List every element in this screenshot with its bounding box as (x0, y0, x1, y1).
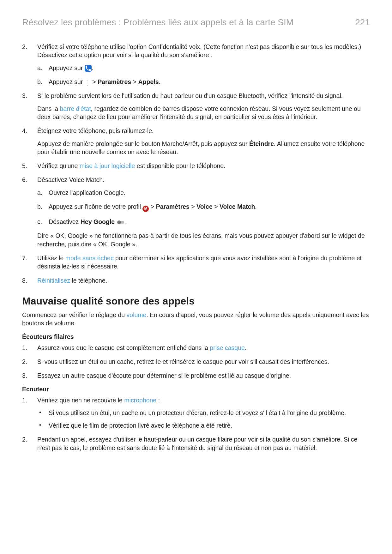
t: Commencez par vérifier le réglage du (22, 311, 127, 318)
t: est disponible pour le téléphone. (135, 162, 225, 169)
t: . (245, 344, 246, 351)
step-6c: Désactivez Hey Google . (37, 218, 370, 226)
t: . (255, 203, 256, 210)
step-2-sublist: Appuyez sur . Appuyez sur ⋮ > Paramètres… (37, 64, 370, 86)
status-bar-link[interactable]: barre d'état (60, 105, 91, 112)
step-3-para: Dans la barre d'état, regardez de combie… (37, 105, 370, 121)
arrow: > (190, 203, 196, 210)
breadcrumb: Résolvez les problèmes : Problèmes liés … (22, 17, 293, 27)
wired-step-2: Si vous utilisez un étui ou un cache, re… (22, 358, 370, 366)
t: Dans la (37, 105, 60, 112)
toggle-off-icon (117, 220, 125, 225)
page-content: Résolvez les problèmes : Problèmes liés … (0, 0, 392, 464)
t: . (125, 218, 127, 225)
step-6-para: Dire « OK, Google » ne fonctionnera pas … (37, 232, 370, 248)
page-number: 221 (355, 17, 370, 27)
sub-heading-earpiece: Écouteur (22, 386, 370, 393)
arrow: > (213, 203, 220, 210)
safe-mode-link[interactable]: mode sans échec (65, 255, 114, 262)
software-update-link[interactable]: mise à jour logicielle (80, 162, 135, 169)
phone-app-icon (85, 65, 92, 72)
step-4: Éteignez votre téléphone, puis rallumez-… (22, 127, 370, 156)
power-off-label: Éteindre (249, 140, 274, 147)
t: Désactivez (49, 218, 81, 225)
calls-label: Appels (138, 78, 159, 85)
t: Appuyez de manière prolongée sur le bout… (37, 140, 249, 147)
step-6: Désactivez Voice Match. Ouvrez l'applica… (22, 176, 370, 248)
wired-step-1: Assurez-vous que le casque est complètem… (22, 344, 370, 352)
t: Appuyez sur l'icône de votre profil (49, 203, 142, 210)
hey-google-label: Hey Google (81, 218, 115, 225)
step-6-sublist: Ouvrez l'application Google. Appuyez sur… (37, 189, 370, 226)
t: le téléphone. (70, 277, 107, 284)
wired-list: Assurez-vous que le casque est complètem… (22, 344, 370, 380)
step-2-text: Vérifiez si votre téléphone utilise l'op… (37, 43, 361, 58)
step-6-text: Désactivez Voice Match. (37, 176, 104, 183)
t: Assurez-vous que le casque est complètem… (37, 344, 210, 351)
step-8: Réinitialisez le téléphone. (22, 276, 370, 285)
arrow: > (131, 78, 138, 85)
step-2b-post: . (159, 78, 160, 85)
section-intro: Commencez par vérifier le réglage du vol… (22, 311, 370, 328)
profile-icon: M (142, 206, 149, 212)
t: : (156, 397, 160, 404)
earpiece-bullet-1: Si vous utilisez un étui, un cache ou un… (37, 409, 370, 417)
step-2b-pre: Appuyez sur (49, 78, 85, 85)
settings-label: Paramètres (98, 78, 131, 85)
step-7: Utilisez le mode sans échec pour détermi… (22, 254, 370, 271)
step-4-para: Appuyez de manière prolongée sur le bout… (37, 140, 370, 156)
section-title: Mauvaise qualité sonore des appels (22, 295, 370, 307)
step-list-1: Vérifiez si votre téléphone utilise l'op… (22, 43, 370, 285)
microphone-link[interactable]: microphone (124, 397, 156, 404)
page-header: Résolvez les problèmes : Problèmes liés … (22, 17, 370, 27)
t: Vérifiez que rien ne recouvre le (37, 397, 124, 404)
t: Utilisez le (37, 255, 65, 262)
step-3: Si le problème survient lors de l'utilis… (22, 92, 370, 121)
earpiece-bullets: Si vous utilisez un étui, un cache ou un… (37, 409, 370, 430)
step-6a: Ouvrez l'application Google. (37, 189, 370, 197)
step-6b: Appuyez sur l'icône de votre profil M > … (37, 202, 370, 212)
step-2a: Appuyez sur . (37, 64, 370, 72)
step-5: Vérifiez qu'une mise à jour logicielle e… (22, 162, 370, 170)
voice-label: Voice (196, 203, 213, 210)
earpiece-step-1: Vérifiez que rien ne recouvre le microph… (22, 396, 370, 430)
volume-link[interactable]: volume (127, 311, 147, 318)
voice-match-label: Voice Match (220, 203, 255, 210)
earpiece-list: Vérifiez que rien ne recouvre le microph… (22, 396, 370, 452)
t: Vérifiez qu'une (37, 162, 80, 169)
settings-label: Paramètres (156, 203, 190, 210)
headset-jack-link[interactable]: prise casque (210, 344, 245, 351)
step-2a-post: . (92, 64, 93, 71)
earpiece-step-2: Pendant un appel, essayez d'utiliser le … (22, 435, 370, 452)
step-4-text: Éteignez votre téléphone, puis rallumez-… (37, 127, 154, 134)
earpiece-bullet-2: Vérifiez que le film de protection livré… (37, 421, 370, 430)
arrow: > (149, 203, 156, 210)
wired-step-3: Essayez un autre casque d'écoute pour dé… (22, 371, 370, 380)
step-2b: Appuyez sur ⋮ > Paramètres > Appels. (37, 78, 370, 86)
sub-heading-wired: Écouteurs filaires (22, 333, 370, 340)
step-3-text: Si le problème survient lors de l'utilis… (37, 92, 343, 99)
reset-link[interactable]: Réinitialisez (37, 277, 70, 284)
step-2a-pre: Appuyez sur (49, 64, 85, 71)
step-2: Vérifiez si votre téléphone utilise l'op… (22, 43, 370, 86)
svg-point-1 (117, 220, 121, 224)
arrow: > (91, 78, 98, 85)
more-vert-icon: ⋮ (85, 80, 91, 86)
